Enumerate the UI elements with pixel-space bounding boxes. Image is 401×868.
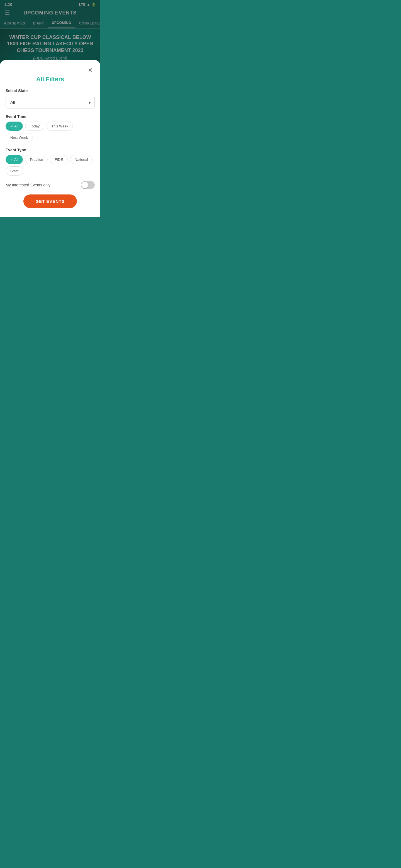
event-time-today-chip[interactable]: Today: [25, 122, 44, 131]
state-select[interactable]: All Rajasthan Maharashtra Delhi Karnatak…: [6, 96, 95, 109]
event-time-next-week-chip[interactable]: Next Week: [6, 133, 33, 142]
interested-toggle-label: My Interested Events only: [6, 183, 50, 187]
get-events-button[interactable]: GET EVENTS: [23, 194, 77, 208]
select-state-section: Select State All Rajasthan Maharashtra D…: [6, 89, 95, 109]
event-time-this-week-chip[interactable]: This Week: [47, 122, 73, 131]
event-type-practice-chip[interactable]: Practice: [25, 155, 48, 164]
event-type-all-chip[interactable]: All: [6, 155, 23, 164]
event-type-state-chip[interactable]: State: [6, 166, 23, 176]
event-time-label: Event Time: [6, 114, 95, 119]
filter-modal: ✕ All Filters Select State All Rajasthan…: [0, 60, 100, 217]
state-select-wrapper: All Rajasthan Maharashtra Delhi Karnatak…: [6, 96, 95, 109]
event-time-section: Event Time All Today This Week Next Week: [6, 114, 95, 142]
modal-header: ✕: [6, 66, 95, 74]
event-type-label: Event Type: [6, 148, 95, 152]
event-type-national-chip[interactable]: National: [70, 155, 93, 164]
event-type-fide-chip[interactable]: FIDE: [50, 155, 68, 164]
modal-overlay: ✕ All Filters Select State All Rajasthan…: [0, 0, 100, 217]
close-button[interactable]: ✕: [86, 66, 95, 74]
interested-toggle-row: My Interested Events only: [6, 181, 95, 189]
modal-title: All Filters: [6, 76, 95, 83]
select-state-label: Select State: [6, 89, 95, 93]
toggle-knob: [81, 182, 88, 188]
event-type-chips: All Practice FIDE National State: [6, 155, 95, 176]
event-time-all-chip[interactable]: All: [6, 122, 23, 131]
interested-toggle[interactable]: [81, 181, 95, 189]
event-type-section: Event Type All Practice FIDE National St…: [6, 148, 95, 176]
event-time-chips: All Today This Week Next Week: [6, 122, 95, 142]
